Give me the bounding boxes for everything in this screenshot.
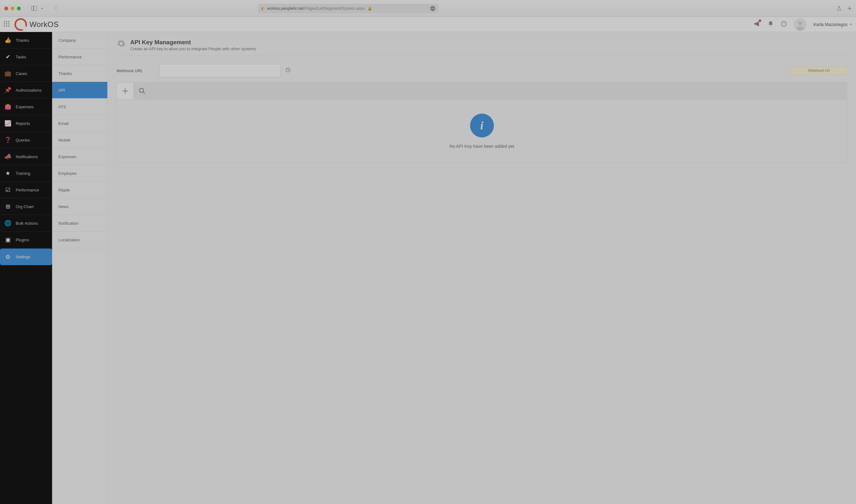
announcements-button[interactable] (753, 20, 761, 29)
nav-label: Thanks (16, 38, 29, 43)
main-content: API Key Management Create an API key to … (108, 32, 856, 504)
secondary-nav-item-notification[interactable]: Notification (52, 215, 107, 232)
secondary-nav-item-api[interactable]: API (52, 82, 107, 98)
user-name-label: Karla Mazariegos (813, 22, 848, 27)
primary-nav-item-thanks[interactable]: 👍Thanks (0, 32, 52, 49)
briefcase-icon: 💼 (4, 70, 11, 77)
primary-nav-item-notifications[interactable]: 📣Notifications (0, 148, 52, 165)
page-subtitle: Create an API key to allow you to integr… (130, 47, 256, 51)
wallet-icon: 👛 (4, 103, 11, 110)
thumbs-up-icon: 👍 (4, 37, 11, 43)
nav-label: Bulk Actions (16, 221, 38, 226)
primary-nav-item-training[interactable]: ★Training (0, 165, 52, 182)
address-bar[interactable]: ◐ workos.peoplehr.net/Pages/LeftSegment/… (258, 4, 438, 13)
empty-message: No API Key have been added yet (449, 144, 514, 149)
primary-nav: 👍Thanks✔Tasks💼Cases📌Authorisations👛Expen… (0, 32, 52, 504)
add-api-key-button[interactable] (117, 83, 134, 99)
search-api-key-button[interactable] (134, 83, 150, 99)
primary-nav-item-authorisations[interactable]: 📌Authorisations (0, 82, 52, 98)
plug-icon: ▣ (4, 236, 11, 243)
nav-label: Plugins (16, 237, 29, 242)
primary-nav-item-plugins[interactable]: ▣Plugins (0, 232, 52, 248)
api-key-empty-state: i No API Key have been added yet (117, 100, 847, 163)
notification-badge-icon (759, 19, 761, 22)
secondary-nav-item-email[interactable]: Email (52, 115, 107, 132)
reader-mode-icon[interactable]: ••• (430, 6, 435, 11)
secondary-nav-item-ripple[interactable]: Ripple (52, 182, 107, 198)
webhook-label: Webhook URL (117, 68, 159, 73)
globe-icon: 🌐 (4, 220, 11, 227)
chart-icon: 📈 (4, 120, 11, 127)
primary-nav-item-bulk-actions[interactable]: 🌐Bulk Actions (0, 215, 52, 232)
primary-nav-item-org-chart[interactable]: ⊞Org Chart (0, 198, 52, 215)
gear-icon (117, 39, 126, 50)
nav-label: Authorisations (16, 88, 41, 93)
back-button[interactable]: 〈 (52, 5, 57, 12)
browser-chrome: ▾ 〈 ◐ workos.peoplehr.net/Pages/LeftSegm… (0, 0, 856, 17)
secondary-nav-item-performance[interactable]: Performance (52, 49, 107, 65)
notifications-button[interactable] (768, 21, 774, 28)
url-text: workos.peoplehr.net/Pages/LeftSegment/Sy… (267, 6, 365, 11)
sidebar-toggle-icon[interactable] (31, 6, 37, 11)
primary-nav-item-expenses[interactable]: 👛Expenses (0, 98, 52, 115)
logo-icon (14, 18, 27, 31)
lock-icon: 🔒 (368, 6, 372, 11)
secondary-nav-item-expenses[interactable]: Expenses (52, 148, 107, 165)
brand-logo[interactable]: WorkOS (14, 18, 59, 31)
window-controls (4, 6, 21, 10)
primary-nav-item-cases[interactable]: 💼Cases (0, 65, 52, 82)
svg-text:?: ? (783, 22, 785, 26)
info-icon: i (470, 114, 494, 138)
close-window-icon[interactable] (4, 6, 8, 10)
secondary-nav: CompanyPerformanceThanksAPIATSEmailMobil… (52, 32, 108, 504)
checkbox-icon: ☑ (4, 186, 11, 193)
nav-label: Reports (16, 121, 30, 126)
orgchart-icon: ⊞ (4, 203, 11, 210)
webhook-row: Webhook URL Webhook Url (117, 64, 847, 77)
primary-nav-item-settings[interactable]: ⚙Settings (0, 249, 52, 265)
secondary-nav-item-company[interactable]: Company (52, 32, 107, 49)
new-tab-button[interactable]: + (848, 4, 852, 13)
star-icon: ★ (4, 170, 11, 177)
maximize-window-icon[interactable] (17, 6, 21, 10)
secondary-nav-item-news[interactable]: News (52, 198, 107, 215)
svg-point-4 (139, 88, 143, 92)
svg-point-2 (798, 21, 802, 25)
nav-label: Performance (16, 188, 39, 192)
share-icon[interactable] (836, 6, 842, 11)
pin-icon: 📌 (4, 87, 11, 93)
chevron-down-icon[interactable]: ▾ (41, 6, 43, 10)
secondary-nav-item-ats[interactable]: ATS (52, 98, 107, 115)
nav-label: Training (16, 171, 30, 176)
page-title: API Key Management (130, 39, 256, 46)
webhook-url-input[interactable] (159, 64, 281, 77)
site-settings-icon[interactable]: ◐ (261, 6, 265, 11)
nav-label: Cases (16, 71, 27, 76)
nav-label: Tasks (16, 55, 26, 59)
nav-label: Expenses (16, 105, 34, 109)
user-menu[interactable]: Karla Mazariegos ▼ (813, 22, 852, 27)
app-header: WorkOS ? Karla Mazariegos ▼ (0, 17, 856, 32)
secondary-nav-item-localization[interactable]: Localization (52, 232, 107, 248)
help-button[interactable]: ? (781, 21, 787, 28)
secondary-nav-item-employee[interactable]: Employee (52, 165, 107, 182)
webhook-tooltip: Webhook Url (791, 66, 847, 75)
primary-nav-item-reports[interactable]: 📈Reports (0, 115, 52, 132)
secondary-nav-item-mobile[interactable]: Mobile (52, 132, 107, 148)
app-switcher-icon[interactable] (4, 21, 11, 28)
avatar[interactable] (794, 18, 806, 31)
question-icon: ❓ (4, 137, 11, 143)
history-icon[interactable] (285, 67, 291, 74)
brand-name: WorkOS (30, 20, 59, 29)
megaphone-icon: 📣 (4, 153, 11, 160)
nav-label: Notifications (16, 155, 38, 159)
api-key-toolbar (117, 82, 847, 100)
primary-nav-item-queries[interactable]: ❓Queries (0, 132, 52, 148)
primary-nav-item-performance[interactable]: ☑Performance (0, 182, 52, 198)
secondary-nav-item-thanks[interactable]: Thanks (52, 65, 107, 82)
gear-icon: ⚙ (4, 254, 11, 260)
page-header: API Key Management Create an API key to … (117, 39, 847, 56)
nav-label: Settings (16, 254, 31, 259)
primary-nav-item-tasks[interactable]: ✔Tasks (0, 49, 52, 65)
minimize-window-icon[interactable] (11, 6, 14, 10)
